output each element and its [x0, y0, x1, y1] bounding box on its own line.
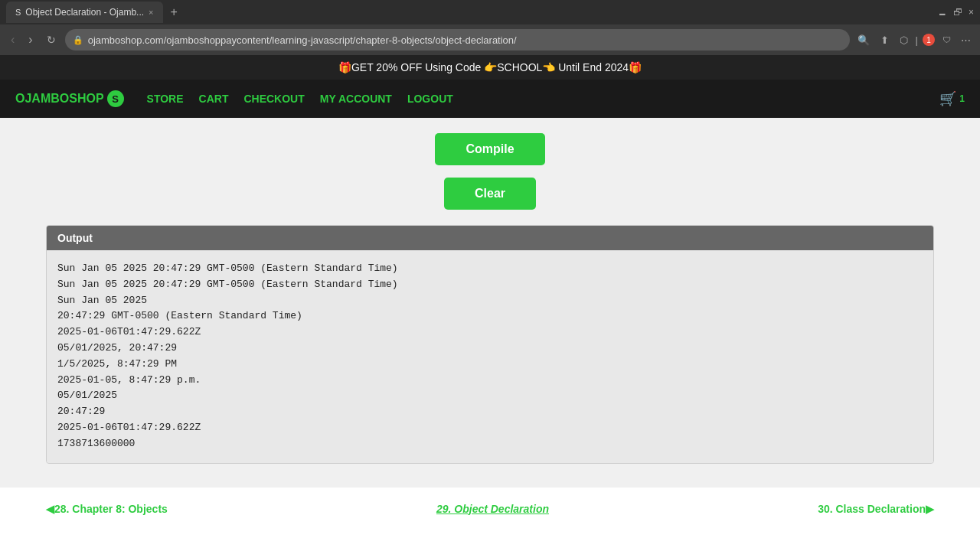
logo-icon: S	[107, 90, 124, 107]
output-line: 2025-01-06T01:47:29.622Z	[57, 324, 923, 341]
compile-button[interactable]: Compile	[435, 133, 544, 165]
nav-my-account[interactable]: MY ACCOUNT	[320, 93, 392, 105]
share-icon[interactable]: ⬆	[877, 33, 892, 47]
maximize-button[interactable]: 🗗	[953, 7, 962, 18]
cart-icon: 🛒	[939, 90, 956, 107]
tab-favicon: S	[15, 8, 21, 17]
bottom-navigation: ◀28. Chapter 8: Objects 29. Object Decla…	[0, 487, 980, 530]
nav-logout[interactable]: LOGOUT	[407, 93, 453, 105]
output-line: 05/01/2025, 20:47:29	[57, 341, 923, 357]
toolbar-right: 🔍 ⬆ ⬡ | 1 🛡 ⋯	[854, 33, 974, 47]
main-area: Compile Clear Output Sun Jan 05 2025 20:…	[0, 118, 980, 487]
nav-cart[interactable]: CART	[199, 93, 229, 105]
tab-bar: S Object Declaration - Ojamb... × + 🗕 🗗 …	[0, 0, 980, 24]
nav-links: STORE CART CHECKOUT MY ACCOUNT LOGOUT	[147, 93, 453, 105]
output-body: Sun Jan 05 2025 20:47:29 GMT-0500 (Easte…	[47, 250, 933, 463]
browser-chrome: S Object Declaration - Ojamb... × + 🗕 🗗 …	[0, 0, 980, 55]
output-line: 2025-01-06T01:47:29.622Z	[57, 420, 923, 436]
nav-checkout[interactable]: CHECKOUT	[243, 93, 304, 105]
prev-chapter-link[interactable]: ◀28. Chapter 8: Objects	[46, 503, 168, 515]
back-button[interactable]: ‹	[6, 30, 19, 50]
divider: |	[916, 34, 918, 46]
window-controls: 🗕 🗗 ×	[938, 7, 974, 18]
address-bar[interactable]	[88, 34, 842, 46]
output-line: 20:47:29 GMT-0500 (Eastern Standard Time…	[57, 308, 923, 324]
output-line: 1738713600000	[57, 436, 923, 452]
minimize-button[interactable]: 🗕	[938, 7, 947, 18]
page-content: 🎁GET 20% OFF Using Code 👉SCHOOL👈 Until E…	[0, 55, 980, 530]
reload-button[interactable]: ↻	[42, 31, 60, 49]
tab-close-button[interactable]: ×	[149, 8, 153, 17]
output-panel: Output Sun Jan 05 2025 20:47:29 GMT-0500…	[46, 225, 934, 464]
promo-banner: 🎁GET 20% OFF Using Code 👉SCHOOL👈 Until E…	[0, 55, 980, 80]
promo-text: 🎁GET 20% OFF Using Code 👉SCHOOL👈 Until E…	[338, 61, 642, 73]
new-tab-button[interactable]: +	[166, 5, 182, 19]
address-bar-wrapper[interactable]: 🔒	[65, 29, 850, 51]
output-line: 05/01/2025	[57, 388, 923, 404]
output-line: 2025-01-05, 8:47:29 p.m.	[57, 373, 923, 389]
cart-widget[interactable]: 🛒 1	[939, 90, 965, 107]
tab-title: Object Declaration - Ojamb...	[25, 7, 144, 18]
site-navigation: OJAMBOSHOP S STORE CART CHECKOUT MY ACCO…	[0, 80, 980, 118]
menu-icon[interactable]: ⋯	[958, 33, 974, 47]
next-chapter-link[interactable]: 30. Class Declaration▶	[818, 503, 934, 515]
output-line: 20:47:29	[57, 404, 923, 420]
logo-text: OJAMBOSHOP	[15, 92, 104, 106]
clear-button[interactable]: Clear	[444, 178, 536, 210]
browser-toolbar: ‹ › ↻ 🔒 🔍 ⬆ ⬡ | 1 🛡 ⋯	[0, 24, 980, 55]
site-logo[interactable]: OJAMBOSHOP S	[15, 90, 124, 107]
notification-badge[interactable]: 1	[923, 34, 935, 46]
rss-icon[interactable]: ⬡	[897, 33, 911, 47]
nav-store[interactable]: STORE	[147, 93, 184, 105]
output-line: 1/5/2025, 8:47:29 PM	[57, 357, 923, 373]
output-line: Sun Jan 05 2025	[57, 293, 923, 309]
output-header: Output	[47, 226, 933, 250]
close-button[interactable]: ×	[969, 7, 974, 18]
current-chapter-label: 29. Object Declaration	[436, 503, 549, 515]
output-line: Sun Jan 05 2025 20:47:29 GMT-0500 (Easte…	[57, 261, 923, 277]
cart-count: 1	[959, 93, 965, 104]
output-line: Sun Jan 05 2025 20:47:29 GMT-0500 (Easte…	[57, 277, 923, 293]
search-toolbar-icon[interactable]: 🔍	[854, 33, 873, 47]
forward-button[interactable]: ›	[24, 30, 37, 50]
security-icon: 🔒	[73, 35, 83, 45]
extension-icon[interactable]: 🛡	[939, 33, 953, 47]
active-tab[interactable]: S Object Declaration - Ojamb... ×	[6, 2, 163, 23]
